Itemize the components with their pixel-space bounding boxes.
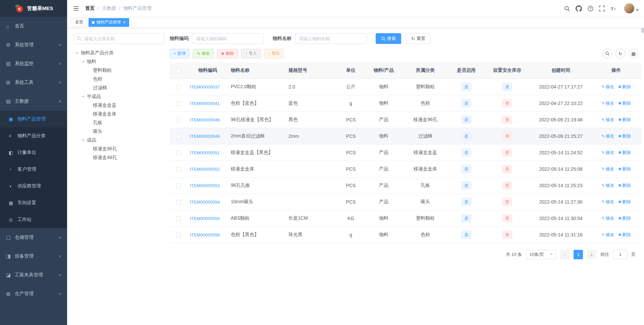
user-menu[interactable] [624,3,639,14]
tag-close-icon[interactable]: × [123,20,126,24]
row-checkbox[interactable] [176,134,181,139]
row-edit-button[interactable]: ✎修改 [601,100,614,106]
row-delete-button[interactable]: ✖删除 [618,117,631,123]
page-size-select[interactable]: 10条/页 [526,250,556,259]
code-filter-input[interactable] [192,33,264,44]
row-checkbox[interactable] [176,85,181,90]
row-checkbox[interactable] [176,101,181,106]
row-edit-button[interactable]: ✎修改 [601,215,614,221]
sidebar-item-supplier-mgmt[interactable]: ◑供应商管理 [0,178,67,195]
sidebar-item-material-product-mgmt[interactable]: ▣物料产品管理 [0,111,67,127]
delete-button[interactable]: ✖ 删除 [217,49,238,58]
tree-node-7[interactable]: 移液盒盒体 [74,110,164,118]
row-edit-button[interactable]: ✎修改 [601,182,614,188]
column-settings-icon[interactable]: ▦ [629,49,638,58]
tree-node-4[interactable]: 过滤棉 [74,84,164,92]
name-filter-input[interactable] [295,33,367,44]
tag-material-product[interactable]: 物料产品管理× [89,18,129,27]
page-1-button[interactable]: 1 [574,250,583,259]
row-delete-button[interactable]: ✖删除 [618,232,631,238]
material-code-link[interactable]: ITEM00000037 [190,85,220,90]
sidebar-item-workstation[interactable]: ◎工作站 [0,211,67,228]
sidebar-item-material-product-category[interactable]: ≡物料产品分类 [0,127,67,144]
sidebar-item-workshop-settings[interactable]: ▦车间设置 [0,195,67,211]
row-checkbox[interactable] [176,183,181,188]
row-edit-button[interactable]: ✎修改 [601,84,614,90]
sidebar-item-warehouse-mgmt[interactable]: ▢仓储管理> [0,228,67,247]
sidebar-item-master-data[interactable]: ▤主数据> [0,92,67,111]
refresh-table-icon[interactable]: ↻ [615,49,625,58]
sidebar-item-fixture-mgmt[interactable]: ◪工装夹具管理> [0,266,67,284]
next-page-button[interactable]: › [587,250,596,259]
sidebar-item-home[interactable]: ⌂首页 [0,17,67,36]
help-icon[interactable]: ? [588,6,593,11]
row-checkbox[interactable] [176,233,181,237]
material-code-link[interactable]: ITEM00000056 [190,232,220,237]
row-edit-button[interactable]: ✎修改 [601,117,614,123]
sidebar-item-system-tools[interactable]: ⊞系统工具> [0,73,67,92]
scrollbar[interactable] [641,0,644,325]
row-checkbox[interactable] [176,216,181,221]
sidebar-item-system-mgmt[interactable]: ⚙系统管理> [0,36,67,54]
row-checkbox[interactable] [176,118,181,122]
row-edit-button[interactable]: ✎修改 [601,166,614,172]
toggle-search-icon[interactable] [602,49,612,58]
material-code-link[interactable]: ITEM00000052 [190,167,220,172]
row-checkbox[interactable] [176,167,181,172]
material-code-link[interactable]: ITEM00000053 [190,183,220,188]
tree-node-2[interactable]: 塑料颗粒 [74,66,164,75]
row-delete-button[interactable]: ✖删除 [618,100,631,106]
tag-home[interactable]: 首页 [72,18,87,27]
sidebar-item-measure-unit[interactable]: ◧计量单位 [0,144,67,161]
fullscreen-icon[interactable] [599,6,605,11]
row-delete-button[interactable]: ✖删除 [618,182,631,188]
material-code-link[interactable]: ITEM00000055 [190,216,220,221]
tree-node-12[interactable]: 移液盒48孔 [74,153,164,162]
material-code-link[interactable]: ITEM00000054 [190,200,220,205]
row-delete-button[interactable]: ✖删除 [618,199,631,205]
goto-page-input[interactable] [613,250,627,259]
breadcrumb-item[interactable]: 主数据 [102,5,116,11]
add-button[interactable]: + 新增 [170,49,190,58]
github-icon[interactable] [576,5,582,12]
tree-node-6[interactable]: 移液盒盒盖 [74,101,164,110]
select-all-checkbox[interactable] [176,68,181,73]
hamburger-icon[interactable] [72,4,80,13]
prev-page-button[interactable]: ‹ [560,250,570,259]
reset-button[interactable]: ↻ 重置 [406,33,431,44]
export-button[interactable]: ↓ 导出 [264,49,283,58]
import-button[interactable]: ↑ 导入 [241,49,261,58]
tree-node-9[interactable]: 吸头 [74,127,164,136]
row-checkbox[interactable] [176,151,181,155]
sidebar-item-production-mgmt[interactable]: ◍生产管理> [0,284,67,303]
row-delete-button[interactable]: ✖删除 [618,133,631,139]
material-code-link[interactable]: ITEM00000046 [190,117,220,122]
row-edit-button[interactable]: ✎修改 [601,232,614,238]
category-search-input[interactable] [74,33,164,44]
search-button[interactable]: 搜索 [376,33,401,44]
sidebar-item-customer-mgmt[interactable]: ◔客户管理 [0,161,67,178]
logo[interactable]: K 苦糖果MES [0,0,67,17]
tree-node-5[interactable]: 半成品 [74,92,164,101]
material-code-link[interactable]: ITEM00000041 [190,101,220,106]
tree-node-0[interactable]: 物料及产品分类 [74,49,164,57]
row-delete-button[interactable]: ✖删除 [618,150,631,156]
edit-button[interactable]: ✎ 修改 [193,49,214,58]
row-delete-button[interactable]: ✖删除 [618,166,631,172]
sidebar-item-equipment-mgmt[interactable]: ◨设备管理> [0,247,67,266]
row-edit-button[interactable]: ✎修改 [601,150,614,156]
header-search-icon[interactable] [564,6,570,11]
breadcrumb-item[interactable]: 首页 [85,5,95,11]
tree-node-10[interactable]: 成品 [74,136,164,145]
material-code-link[interactable]: ITEM00000051 [190,150,220,155]
row-checkbox[interactable] [176,200,181,205]
row-delete-button[interactable]: ✖删除 [618,84,631,90]
tree-node-1[interactable]: 物料 [74,57,164,66]
tree-node-3[interactable]: 色粉 [74,75,164,84]
material-code-link[interactable]: ITEM00000049 [190,134,220,139]
font-size-icon[interactable]: TT [610,6,617,11]
tree-node-8[interactable]: 孔板 [74,118,164,127]
row-delete-button[interactable]: ✖删除 [618,215,631,221]
row-edit-button[interactable]: ✎修改 [601,133,614,139]
row-edit-button[interactable]: ✎修改 [601,199,614,205]
